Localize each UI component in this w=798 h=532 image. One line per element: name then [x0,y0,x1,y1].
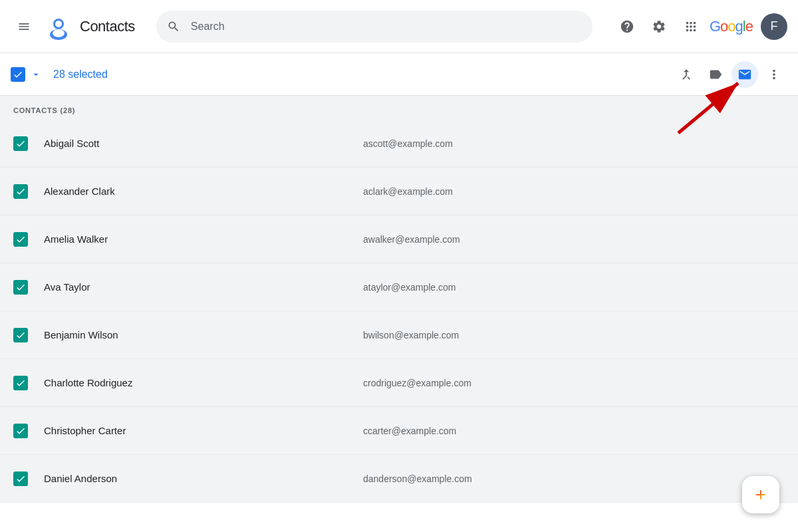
contact-row[interactable]: Abigail Scott ascott@example.com [0,120,798,168]
contact-row[interactable]: Ava Taylor ataylor@example.com [0,263,798,311]
contact-row[interactable]: Daniel Anderson danderson@example.com [0,455,798,503]
apps-grid-button[interactable] [678,13,704,40]
hamburger-menu-button[interactable] [11,13,37,40]
contact-row[interactable]: Christopher Carter ccarter@example.com [0,407,798,455]
contact-name: Abigail Scott [44,138,363,149]
contact-email: bwilson@example.com [363,330,459,340]
svg-point-2 [55,21,62,27]
contact-name: Charlotte Rodriguez [44,377,363,388]
contact-row[interactable]: Charlotte Rodriguez crodriguez@example.c… [0,359,798,407]
contact-email: ascott@example.com [363,138,453,149]
contact-email: danderson@example.com [363,473,472,484]
toolbar-right [673,61,787,88]
contact-checkbox[interactable] [13,136,28,151]
contacts-list: Abigail Scott ascott@example.com Alexand… [0,120,798,503]
header-left: Contacts [11,13,135,40]
contacts-section: CONTACTS (28) Abigail Scott ascott@examp… [0,96,798,503]
contact-checkbox[interactable] [13,424,28,438]
svg-point-3 [53,29,65,37]
contact-email: ccarter@example.com [363,426,456,436]
contact-email: crodriguez@example.com [363,378,471,388]
selection-toolbar: 28 selected [0,53,798,96]
contact-checkbox[interactable] [13,184,28,199]
app-icon [45,13,72,40]
contact-name: Amelia Walker [44,233,363,245]
search-icon [167,20,180,33]
user-avatar[interactable]: F [761,13,787,40]
app-header: Contacts Google F [0,0,798,53]
header-right: Google F [614,13,787,40]
contact-name: Daniel Anderson [44,473,363,484]
create-contact-fab[interactable]: + [742,476,779,513]
contact-checkbox[interactable] [13,232,28,247]
contact-email: aclark@example.com [363,186,453,197]
contact-checkbox[interactable] [13,280,28,295]
selected-count-label: 28 selected [53,68,108,80]
contact-name: Benjamin Wilson [44,329,363,340]
contact-row[interactable]: Benjamin Wilson bwilson@example.com [0,311,798,359]
label-button[interactable] [702,61,729,88]
contact-name: Ava Taylor [44,281,363,293]
google-logo: Google [710,18,753,35]
help-button[interactable] [614,13,640,40]
send-email-button[interactable] [732,61,758,88]
contact-name: Christopher Carter [44,425,363,436]
checkbox-wrapper [11,65,45,84]
contact-checkbox[interactable] [13,471,28,486]
contact-row[interactable]: Alexander Clark aclark@example.com [0,168,798,215]
search-bar [156,11,593,43]
contact-name: Alexander Clark [44,186,363,197]
merge-button[interactable] [673,61,700,88]
selection-dropdown-button[interactable] [27,65,45,84]
toolbar-left: 28 selected [11,65,108,84]
select-all-checkbox[interactable] [11,67,25,82]
search-input[interactable] [156,11,593,43]
app-title: Contacts [80,18,135,35]
contact-email: awalker@example.com [363,234,460,245]
contact-checkbox[interactable] [13,328,28,342]
contact-checkbox[interactable] [13,376,28,390]
more-options-button[interactable] [761,61,787,88]
settings-button[interactable] [646,13,672,40]
contact-row[interactable]: Amelia Walker awalker@example.com [0,215,798,263]
contacts-section-header: CONTACTS (28) [0,98,798,120]
contact-email: ataylor@example.com [363,282,456,293]
fab-plus-icon: + [755,484,766,505]
